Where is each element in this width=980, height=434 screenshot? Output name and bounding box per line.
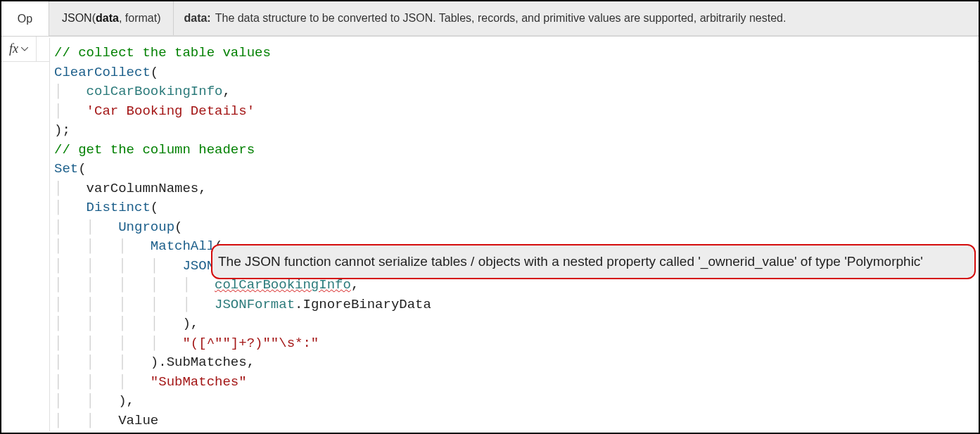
- code-member: .SubMatches,: [158, 355, 255, 370]
- signature-row: Op JSON(data, format) data: The data str…: [1, 1, 979, 37]
- sig-param-desc: The data structure to be converted to JS…: [215, 12, 787, 25]
- code-ident: JSONFormat: [215, 297, 295, 312]
- code-member: .IgnoreBinaryData: [295, 297, 431, 312]
- error-tooltip: The JSON function cannot serialize table…: [211, 244, 976, 279]
- code-fn: MatchAll: [151, 238, 215, 254]
- error-message: The JSON function cannot serialize table…: [218, 254, 923, 269]
- code-string: "([^""]+?)""\s*:": [182, 336, 319, 351]
- code-ident-error: colCarBookingInfo: [215, 277, 351, 293]
- sig-arg-bold: data: [96, 12, 119, 25]
- signature-function: JSON(data, format): [49, 1, 174, 35]
- property-label: Op: [18, 13, 32, 25]
- code-ident: varColumnNames: [87, 181, 199, 196]
- code-area[interactable]: // collect the table values ClearCollect…: [50, 38, 977, 431]
- code-fn: Set: [54, 161, 78, 177]
- sig-param-name: data:: [184, 12, 210, 25]
- code-fn: Ungroup: [118, 219, 174, 235]
- code-fn: JSON: [182, 258, 215, 274]
- fx-indicator[interactable]: fx: [1, 37, 37, 61]
- property-cell[interactable]: Op: [1, 1, 49, 36]
- sig-func-name: JSON: [62, 12, 92, 25]
- code-string: "SubMatches": [151, 374, 247, 390]
- code-fn: ClearCollect: [54, 65, 151, 80]
- formula-editor[interactable]: // collect the table values ClearCollect…: [49, 38, 977, 431]
- chevron-down-icon: [21, 47, 28, 51]
- fx-text: fx: [9, 42, 18, 56]
- signature-description: data: The data structure to be converted…: [174, 12, 796, 25]
- code-ident: Value: [118, 413, 158, 428]
- sig-rest: , format): [119, 12, 161, 25]
- code-fn: Distinct: [87, 200, 151, 215]
- signature-bar: JSON(data, format) data: The data struct…: [49, 1, 979, 36]
- code-comment: // collect the table values: [54, 45, 271, 60]
- code-string: 'Car Booking Details': [87, 103, 255, 119]
- code-ident: colCarBookingInfo: [87, 84, 223, 99]
- code-comment: // get the column headers: [54, 142, 255, 158]
